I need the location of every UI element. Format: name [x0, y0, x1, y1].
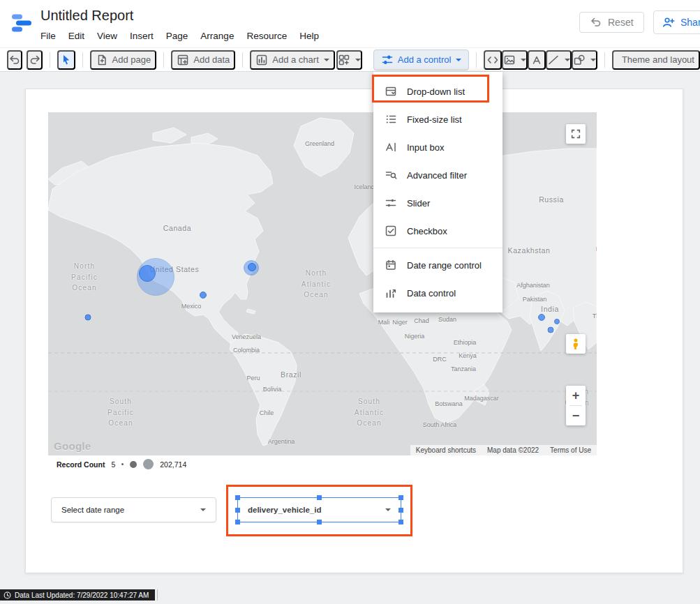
add-data-label: Add data [193, 54, 230, 65]
menu-item-label: Slider [407, 198, 430, 209]
chevron-down-icon [355, 59, 361, 61]
line-tool-button[interactable] [546, 50, 572, 70]
selection-handle[interactable] [235, 508, 240, 513]
share-label: Share [680, 17, 700, 28]
vehicle-filter-control[interactable]: delivery_vehicle_id [237, 497, 401, 522]
menu-item-label: Date range control [407, 260, 482, 271]
map-bubble [538, 314, 545, 321]
theme-and-layout-button[interactable]: Theme and layout [612, 50, 700, 70]
legend-medium-bubble [130, 461, 137, 468]
map-bubble [248, 263, 256, 271]
map-attribution: Keyboard shortcutsMap data ©2022Terms of… [410, 445, 597, 455]
menu-item-slider[interactable]: Slider [373, 189, 502, 217]
selection-handle[interactable] [235, 520, 240, 524]
app-header: Untitled Report FileEditViewInsertPageAr… [0, 0, 700, 47]
map-bubble [200, 292, 207, 299]
menu-item-checkbox[interactable]: Checkbox [373, 217, 502, 245]
map-zoom-control: + − [566, 386, 586, 425]
bubble-map-chart[interactable]: GreenlandIcelandCanadaUnited StatesMexic… [48, 112, 597, 455]
status-bar: Data Last Updated: 7/29/2022 10:47:27 AM [0, 589, 155, 601]
redo-button[interactable] [27, 50, 42, 70]
selection-handle[interactable] [317, 520, 322, 524]
slider-icon [385, 197, 397, 209]
menu-item-fixed-size-list[interactable]: Fixed-size list [373, 105, 502, 133]
add-control-menu: Drop-down list Fixed-size list Input box… [373, 72, 502, 312]
menu-item-dropdown-list[interactable]: Drop-down list [373, 77, 502, 105]
chevron-down-icon [324, 59, 329, 61]
toolbar-separator [163, 52, 164, 68]
menu-item-label: Fixed-size list [407, 114, 462, 125]
chevron-down-icon [590, 59, 596, 61]
add-a-control-button[interactable]: Add a control [373, 50, 470, 70]
map-fullscreen-button[interactable] [566, 124, 586, 144]
chevron-down-icon [200, 508, 206, 511]
selection-handle[interactable] [235, 495, 240, 500]
selection-handle[interactable] [399, 520, 403, 524]
map-attribution-link[interactable]: Map data ©2022 [487, 446, 539, 454]
community-visualizations-button[interactable] [336, 50, 362, 70]
menu-item-data-control[interactable]: Data control [373, 279, 502, 307]
menubar-item[interactable]: View [91, 28, 124, 44]
menubar-item[interactable]: Arrange [194, 28, 240, 44]
menu-item-label: Checkbox [407, 226, 447, 236]
legend-metric-label: Record Count [57, 460, 105, 469]
selection-handle[interactable] [399, 508, 403, 513]
add-page-button[interactable]: Add page [90, 50, 157, 70]
text-box-icon [530, 54, 543, 66]
add-chart-button[interactable]: Add a chart [250, 50, 335, 70]
report-title: Untitled Report [40, 8, 133, 24]
redo-icon [29, 54, 41, 66]
selection-handle[interactable] [317, 495, 322, 500]
reset-undo-icon [590, 16, 602, 29]
add-chart-label: Add a chart [272, 54, 319, 65]
select-tool-button[interactable] [57, 50, 75, 70]
vehicle-filter-label: delivery_vehicle_id [248, 506, 321, 514]
menu-item-label: Data control [407, 288, 456, 299]
legend-min-value: 5 [111, 460, 115, 469]
calendar-icon [385, 259, 397, 271]
reset-button[interactable]: Reset [579, 12, 644, 33]
fullscreen-icon [570, 128, 581, 139]
undo-button[interactable] [7, 50, 22, 70]
menubar-item[interactable]: Resource [240, 28, 293, 44]
menubar-item[interactable]: Help [293, 28, 325, 44]
line-icon [547, 54, 560, 66]
menubar-item[interactable]: File [34, 28, 62, 44]
report-page-canvas[interactable]: GreenlandIcelandCanadaUnited StatesMexic… [25, 89, 683, 573]
selection-handle[interactable] [399, 495, 403, 500]
input-box-icon [385, 141, 397, 153]
chevron-down-icon [565, 59, 570, 61]
advanced-filter-icon [385, 169, 397, 181]
menubar-item[interactable]: Insert [124, 28, 160, 44]
data-control-icon [385, 287, 397, 299]
map-attribution-link[interactable]: Keyboard shortcuts [416, 446, 476, 454]
embed-button[interactable] [484, 50, 502, 70]
shape-tool-button[interactable] [572, 50, 597, 70]
clock-icon [3, 591, 11, 599]
map-attribution-link[interactable]: Terms of Use [550, 446, 591, 454]
image-icon [503, 54, 516, 66]
zoom-in-button[interactable]: + [566, 386, 586, 405]
menubar-item[interactable]: Page [160, 28, 195, 44]
community-viz-icon [338, 54, 350, 66]
dropdown-list-icon [385, 85, 397, 98]
add-control-label: Add a control [398, 54, 452, 65]
menu-item-input-box[interactable]: Input box [373, 133, 502, 161]
share-button[interactable]: Share [653, 10, 700, 34]
cursor-icon [60, 54, 73, 66]
image-tool-button[interactable] [502, 50, 528, 70]
menubar-item[interactable]: Edit [62, 28, 91, 44]
person-add-icon [662, 16, 675, 29]
add-data-button[interactable]: Add data [171, 50, 235, 70]
pegman-icon [569, 338, 582, 350]
date-range-control[interactable]: Select date range [51, 497, 216, 522]
zoom-out-button[interactable]: − [566, 406, 586, 425]
menu-item-date-range-control[interactable]: Date range control [373, 251, 502, 279]
street-view-pegman-button[interactable] [566, 334, 586, 354]
menu-item-advanced-filter[interactable]: Advanced filter [373, 161, 502, 189]
toolbar-separator [82, 52, 83, 68]
map-bubble [548, 327, 554, 333]
data-studio-logo[interactable] [9, 10, 34, 36]
text-tool-button[interactable] [528, 50, 546, 70]
world-map-land [48, 112, 597, 455]
